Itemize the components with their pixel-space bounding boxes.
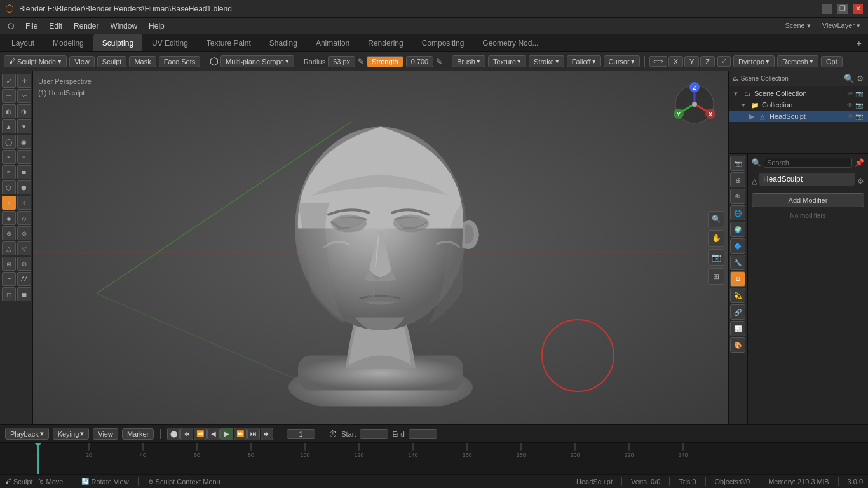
tab-rendering[interactable]: Rendering [359,34,412,51]
timeline-track[interactable]: 0 20 40 60 80 100 120 140 160 [0,442,868,474]
tool-blob[interactable]: ◐ [2,104,16,118]
menu-file[interactable]: File [20,20,43,32]
mask-menu[interactable]: Mask [129,56,156,67]
cursor-dropdown[interactable]: Cursor▾ [604,55,640,67]
visibility-pin[interactable]: 👁 [847,90,853,97]
prop-tab-view[interactable]: 👁 [730,189,745,204]
tool-draw[interactable]: ↙ [2,74,16,88]
prop-tab-physics[interactable]: 💫 [730,288,745,303]
radius-value[interactable]: 63 px [328,56,355,67]
tool-elastic[interactable]: ✧ [17,196,31,210]
tool-smooth2[interactable]: 〰 [17,89,31,103]
facesets-menu[interactable]: Face Sets [159,56,201,67]
end-frame-input[interactable]: 250 [409,429,437,439]
tool-clay2[interactable]: ▽ [17,241,31,255]
render-pin2[interactable]: 📷 [855,102,863,109]
tab-geometrynodes[interactable]: Geometry Nod... [473,34,547,51]
tab-uvediting[interactable]: UV Editing [143,34,197,51]
menu-window[interactable]: Window [105,20,142,32]
prop-tab-constraints[interactable]: 🔗 [730,304,745,320]
menu-edit[interactable]: Edit [44,20,67,32]
tool-crease[interactable]: ◑ [17,104,31,118]
prop-tab-object[interactable]: 🔷 [730,238,745,254]
prop-options-icon[interactable]: ⚙ [857,177,864,186]
view-menu[interactable]: View [69,56,95,67]
brush-name-btn[interactable]: Multi-plane Scrape▾ [220,55,294,67]
tab-animation[interactable]: Animation [307,34,358,51]
tool-smooth[interactable]: 〰 [2,89,16,103]
strength-value[interactable]: 0.700 [406,56,434,67]
tool-scrape[interactable]: ⌁ [2,150,16,164]
outliner-search-icon[interactable]: 🔍 [844,74,854,83]
tool-pose[interactable]: ◇ [17,211,31,225]
sculpt-menu[interactable]: Sculpt [97,56,127,67]
tool-lasso[interactable]: ◼ [17,287,31,301]
outliner-filter-icon[interactable]: ⚙ [857,74,864,83]
play-backward[interactable]: ◀ [207,428,220,440]
jump-first[interactable]: ⏮ [180,428,193,440]
tab-modeling[interactable]: Modeling [44,34,93,51]
add-modifier-button[interactable]: Add Modifier [752,193,864,207]
prop-pin-icon[interactable]: 📌 [855,158,864,167]
jump-prev-keyframe[interactable]: ⏪ [194,428,207,440]
start-frame-input[interactable]: 1 [360,429,388,439]
mode-dropdown[interactable]: 🖌 Sculpt Mode ▾ [4,55,67,67]
prop-tab-material[interactable]: 🎨 [730,337,745,353]
blender-logo[interactable]: ⬡ [3,20,19,32]
checkbox-icon[interactable]: ✓ [717,56,731,67]
texture-dropdown[interactable]: Texture▾ [488,55,526,67]
outliner-headsculpt[interactable]: ▶ △ HeadSculpt 👁 📷 [729,111,868,122]
grid-btn[interactable]: ⊞ [708,268,724,285]
dyntopo-btn[interactable]: Dyntopo▾ [733,55,775,67]
tab-texturepaint[interactable]: Texture Paint [198,34,260,51]
prop-search-input[interactable] [764,158,852,168]
marker-menu[interactable]: Marker [122,428,154,440]
tool-active[interactable]: ✦ [2,196,16,210]
visibility-pin2[interactable]: 👁 [847,102,853,109]
axis-x[interactable]: X [668,56,683,67]
tab-layout[interactable]: Layout [3,34,43,51]
minimize-button[interactable]: — [822,4,832,14]
falloff-dropdown[interactable]: Falloff▾ [567,55,601,67]
view-menu-tl[interactable]: View [93,428,118,440]
tool-thumb[interactable]: ⊙ [17,226,31,240]
axis-z[interactable]: Z [700,56,715,67]
render-pin3[interactable]: 📷 [855,113,863,120]
tool-grab2[interactable]: ⬢ [17,180,31,194]
tool-faceset[interactable]: ⌯ [2,272,16,286]
object-name[interactable]: HeadSculpt [759,173,855,186]
tool-clay[interactable]: △ [2,241,16,255]
jump-last[interactable]: ⏭ [261,428,273,440]
opt-btn[interactable]: Opt [821,56,843,67]
tool-nudge[interactable]: ⊛ [2,226,16,240]
add-workspace-btn[interactable]: + [857,38,862,48]
menu-render[interactable]: Render [69,20,104,32]
keying-menu[interactable]: Keying▾ [53,428,90,440]
tool-inflate[interactable]: ▲ [2,119,16,133]
tool-magnify[interactable]: ≣ [17,165,31,179]
tab-sculpting[interactable]: Sculpting [93,34,142,51]
maximize-button[interactable]: ❐ [837,4,848,14]
menu-help[interactable]: Help [144,20,170,32]
tool-deflate[interactable]: ▼ [17,119,31,133]
tool-measure[interactable]: ⌰ [17,272,31,286]
radius-edit-icon[interactable]: ✎ [358,57,364,66]
outliner-scene-collection[interactable]: ▾ 🗂 Scene Collection 👁 📷 [729,88,868,99]
current-frame-input[interactable]: 1 [287,429,315,439]
render-pin[interactable]: 📷 [855,90,863,97]
play-jump[interactable]: ⏩ [234,428,247,440]
strength-edit-icon[interactable]: ✎ [436,57,442,66]
viewport[interactable]: User Perspective (1) HeadSculpt Z X [33,71,728,424]
tool-box[interactable]: ◻ [2,287,16,301]
tool-pinch[interactable]: ≡ [2,165,16,179]
camera-btn[interactable]: 📷 [708,249,724,266]
keyframe-indicator[interactable]: ⬤ [167,428,180,440]
prop-tab-world[interactable]: 🌍 [730,222,745,237]
gizmo[interactable]: Z X Y [671,81,719,128]
prop-tab-render[interactable]: 📷 [730,156,745,171]
tab-compositing[interactable]: Compositing [413,34,473,51]
tool-draw2[interactable]: ✛ [17,74,31,88]
tool-mask2[interactable]: ⊘ [17,257,31,271]
tool-fill[interactable]: ◉ [17,135,31,149]
zoom-in-btn[interactable]: 🔍 [708,211,724,227]
